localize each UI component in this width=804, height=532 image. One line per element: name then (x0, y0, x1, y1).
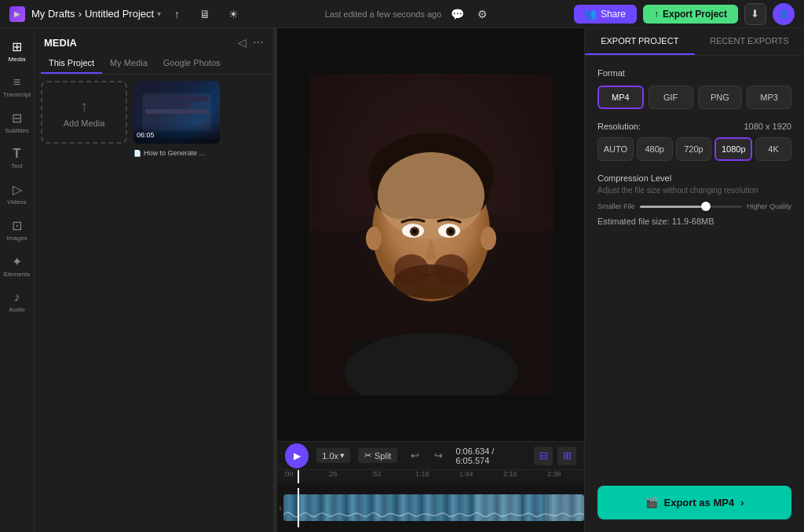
media-label: Media (9, 56, 26, 63)
topbar: ▶ My Drafts › Untitled Project ▾ ↑ 🖥 ☀ L… (0, 0, 804, 28)
export-as-mp4-button[interactable]: 🎬 Export as MP4 › (598, 486, 791, 519)
format-png-button[interactable]: PNG (698, 86, 743, 109)
sidebar-item-subtitles[interactable]: ⊟ Subtitles (0, 106, 34, 139)
export-btn-chevron: › (740, 497, 744, 508)
videos-label: Videos (7, 199, 26, 206)
res-480p-button[interactable]: 480p (637, 137, 673, 161)
undo-icon[interactable]: ↩ (405, 446, 424, 465)
share-button[interactable]: 👥 Share (574, 5, 637, 24)
svg-point-12 (378, 152, 484, 239)
svg-point-17 (412, 229, 417, 234)
slider-right-label: Higher Quality (747, 202, 791, 210)
timecode-display: 0:06.634 / 6:05.574 (455, 446, 494, 465)
split-button[interactable]: ✂ Split (358, 448, 397, 463)
format-gif-button[interactable]: GIF (649, 86, 693, 109)
slider-left-label: Smaller File (598, 202, 635, 210)
track-content[interactable] (283, 483, 584, 532)
compression-slider[interactable] (640, 206, 742, 208)
media-name: 📄 How to Generate ... (133, 149, 220, 157)
export-icon: ↑ (654, 9, 659, 20)
left-sidebar: ⊞ Media ≡ Transcript ⊟ Subtitles T Text … (0, 28, 35, 532)
res-auto-button[interactable]: AUTO (598, 137, 634, 161)
my-drafts-link[interactable]: My Drafts (31, 8, 75, 20)
tab-google-photos[interactable]: Google Photos (155, 53, 228, 74)
timeline-timecode: 0:06.634 / 6:05.574 (455, 446, 526, 465)
format-mp4-button[interactable]: MP4 (598, 86, 644, 109)
settings-icon[interactable]: ⚙ (473, 5, 492, 24)
media-thumb-1[interactable]: 06:05 (133, 81, 220, 144)
timeline-edit-icons: ↩ ↪ (405, 446, 448, 465)
sidebar-item-elements[interactable]: ✦ Elements (0, 250, 34, 282)
compression-title: Compression Level (598, 173, 791, 183)
slider-fill (640, 206, 707, 208)
tab-export-project[interactable]: EXPORT PROJECT (585, 28, 695, 55)
zoom-out-icon[interactable]: ⊟ (534, 446, 553, 465)
breadcrumb-sep: › (79, 8, 82, 20)
topbar-utility-icons: ↑ 🖥 ☀ (167, 5, 243, 24)
sidebar-item-media[interactable]: ⊞ Media (0, 35, 34, 67)
slider-thumb[interactable] (701, 202, 711, 211)
ruler-mark-0: :00 (283, 470, 294, 478)
play-button[interactable]: ▶ (285, 443, 309, 468)
export-project-button[interactable]: ↑ Export Project (643, 5, 738, 24)
res-4k-button[interactable]: 4K (755, 137, 791, 161)
playhead-indicator (298, 470, 299, 483)
timeline-tracks: 1 (277, 483, 584, 532)
ruler-mark-5: 2:10 (503, 470, 517, 478)
download-button[interactable]: ⬇ (744, 3, 766, 25)
playback-speed-control[interactable]: 1.0x ▾ (316, 448, 350, 463)
timeline-controls: ▶ 1.0x ▾ ✂ Split ↩ ↪ 0:06.634 / 6:05.574… (277, 441, 584, 469)
export-label: Export Project (663, 9, 727, 20)
project-chevron[interactable]: ▾ (157, 9, 161, 18)
media-panel-more-icon[interactable]: ⋯ (253, 36, 264, 49)
tab-this-project[interactable]: This Project (41, 53, 102, 74)
file-size-estimate: Estimated file size: 11.9-68MB (598, 217, 791, 226)
last-edited-text: Last edited a few seconds ago (325, 9, 442, 19)
video-track-strip[interactable] (283, 494, 584, 521)
chat-icon[interactable]: 💬 (448, 5, 466, 24)
add-media-button[interactable]: ↑ Add Media (41, 81, 127, 144)
share-icon-topbar[interactable]: ↑ (167, 5, 186, 24)
tab-my-media[interactable]: My Media (102, 53, 155, 74)
user-avatar[interactable]: 👤 (773, 3, 795, 25)
zoom-in-icon[interactable]: ⊞ (557, 446, 576, 465)
res-720p-button[interactable]: 720p (676, 137, 712, 161)
preview-video[interactable] (309, 74, 553, 395)
topbar-left: ▶ My Drafts › Untitled Project ▾ ↑ 🖥 ☀ (9, 5, 243, 24)
redo-icon[interactable]: ↪ (429, 446, 448, 465)
audio-label: Audio (9, 306, 24, 313)
images-label: Images (6, 235, 27, 242)
timeline-ruler: :00 :26 :52 1:18 1:44 2:10 2:36 3:02 3:2… (277, 469, 584, 483)
speed-chevron: ▾ (340, 450, 345, 461)
sidebar-item-images[interactable]: ⊡ Images (0, 213, 34, 246)
waveform-svg (283, 508, 584, 521)
ruler-mark-6: 2:36 (547, 470, 561, 478)
media-tabs: This Project My Media Google Photos (35, 53, 273, 75)
sidebar-item-text[interactable]: T Text (0, 142, 34, 174)
monitor-icon[interactable]: 🖥 (196, 5, 214, 24)
sidebar-item-audio[interactable]: ♪ Audio (0, 286, 34, 318)
tab-recent-exports[interactable]: RECENT EXPORTS (695, 28, 805, 55)
export-btn-icon: 🎬 (645, 497, 658, 508)
media-item-container: 06:05 📄 How to Generate ... (133, 81, 220, 157)
subtitles-icon: ⊟ (12, 111, 22, 126)
sidebar-item-transcript[interactable]: ≡ Transcript (0, 71, 34, 103)
svg-point-23 (481, 227, 496, 250)
ruler-mark-3: 1:18 (415, 470, 429, 478)
media-panel-title: MEDIA (44, 37, 77, 49)
project-name[interactable]: Untitled Project (85, 8, 154, 20)
media-duration: 06:05 (137, 131, 155, 139)
export-btn-label: Export as MP4 (664, 497, 735, 508)
audio-icon: ♪ (14, 290, 20, 304)
export-button-wrapper: 🎬 Export as MP4 › (585, 486, 804, 532)
svg-point-21 (433, 254, 468, 286)
compression-section: Compression Level Adjust the file size w… (598, 173, 791, 226)
brightness-icon[interactable]: ☀ (224, 5, 243, 24)
media-panel-collapse-icon[interactable]: ◁ (238, 36, 247, 49)
res-1080p-button[interactable]: 1080p (714, 137, 752, 161)
images-icon: ⊡ (12, 218, 22, 233)
media-panel-icons: ◁ ⋯ (238, 36, 264, 49)
sidebar-item-videos[interactable]: ▷ Videos (0, 177, 34, 210)
format-mp3-button[interactable]: MP3 (747, 86, 791, 109)
ruler-marks: :00 :26 :52 1:18 1:44 2:10 2:36 3:02 3:2… (283, 470, 578, 483)
